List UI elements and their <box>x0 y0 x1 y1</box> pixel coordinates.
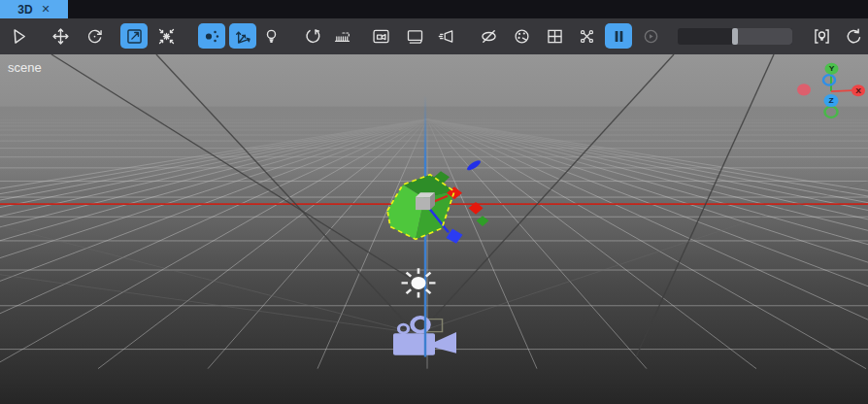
gizmo-neg-x-ball[interactable] <box>797 84 811 95</box>
sun-icon <box>412 277 426 289</box>
3d-editor-window: { "tab_bar": { "tabs": [ { "label": "3D"… <box>0 0 868 404</box>
camera-preview-button[interactable] <box>368 23 393 49</box>
display-toggle-button[interactable] <box>402 23 427 49</box>
orbit-icon <box>302 26 322 47</box>
eye-crossed-icon <box>479 26 499 47</box>
scene-name-label: scene <box>8 60 42 75</box>
scale-handle-center[interactable] <box>416 197 430 210</box>
scale-icon <box>124 26 145 47</box>
refresh-icon <box>844 26 864 47</box>
bulb-icon <box>261 26 282 47</box>
focus-icon <box>156 26 177 47</box>
ruler-icon <box>332 26 352 47</box>
grid-window-button[interactable] <box>542 23 567 49</box>
orbit-tool-button[interactable] <box>299 23 324 49</box>
gizmo-z-label: Z <box>828 97 833 105</box>
slider-handle[interactable] <box>732 28 738 45</box>
joints-icon <box>577 26 597 47</box>
grid-window-icon <box>545 26 565 47</box>
toolbar <box>0 18 868 54</box>
snap-steps-button[interactable] <box>329 23 354 49</box>
slider-track-right <box>735 28 792 45</box>
gizmo-x-label: X <box>855 86 861 94</box>
axes-icon <box>233 26 253 47</box>
gizmo-neg-z-ring[interactable] <box>823 75 835 84</box>
audio-icon <box>436 26 456 47</box>
viewport-canvas[interactable]: Y X Z scene <box>0 54 868 404</box>
joints-button[interactable] <box>574 23 599 49</box>
play-cursor-button[interactable] <box>6 23 31 49</box>
rotate-tool-button[interactable] <box>82 23 107 49</box>
tab-3d[interactable]: 3D ✕ <box>0 0 68 18</box>
palette-button[interactable] <box>509 23 534 49</box>
tab-3d-label: 3D <box>17 3 32 17</box>
camera-reel-small <box>399 324 409 333</box>
camera-view-icon <box>371 26 391 47</box>
hide-objects-button[interactable] <box>476 23 501 49</box>
light-preview-button[interactable] <box>809 23 834 49</box>
rotate-icon <box>84 26 105 47</box>
speed-slider[interactable] <box>678 28 792 45</box>
handle-green-diamond <box>477 216 489 226</box>
palette-icon <box>512 26 532 47</box>
tab-bar: 3D ✕ <box>0 0 868 18</box>
pivot-mode-button[interactable] <box>198 23 225 49</box>
scale-tool-button[interactable] <box>120 23 148 49</box>
pivot-icon <box>202 26 222 47</box>
move-icon <box>50 26 71 47</box>
axis-mode-button[interactable] <box>229 23 256 49</box>
pause-button[interactable] <box>605 23 632 49</box>
pause-icon <box>609 26 629 47</box>
camera-body <box>393 333 435 355</box>
move-tool-button[interactable] <box>48 23 73 49</box>
replay-icon <box>641 26 661 47</box>
refresh-button[interactable] <box>841 23 866 49</box>
play-cursor-icon <box>9 26 29 47</box>
light-object[interactable] <box>402 268 436 297</box>
tab-close-icon[interactable]: ✕ <box>42 4 50 15</box>
gizmo-y-label: Y <box>829 65 835 73</box>
gizmo-x-stem <box>831 90 852 91</box>
replay-button <box>638 23 663 49</box>
bulb-brackets-icon <box>812 26 832 47</box>
audio-toggle-button[interactable] <box>433 23 458 49</box>
light-toggle-button[interactable] <box>258 23 284 49</box>
display-icon <box>405 26 425 47</box>
camera-lens <box>435 332 456 354</box>
focus-selection-button[interactable] <box>153 23 179 49</box>
scene-render: Y X Z <box>0 54 868 404</box>
